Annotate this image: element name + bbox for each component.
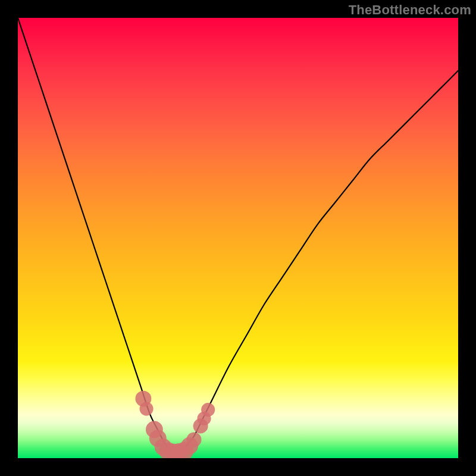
curve-markers bbox=[135, 391, 215, 458]
chart-svg bbox=[18, 18, 458, 458]
plot-area bbox=[18, 18, 458, 458]
chart-frame: TheBottleneck.com bbox=[0, 0, 476, 476]
watermark-text: TheBottleneck.com bbox=[349, 2, 471, 18]
bottleneck-curve bbox=[18, 18, 458, 453]
curve-dot bbox=[140, 402, 154, 416]
curve-dot bbox=[186, 432, 201, 447]
curve-dot bbox=[201, 403, 215, 416]
